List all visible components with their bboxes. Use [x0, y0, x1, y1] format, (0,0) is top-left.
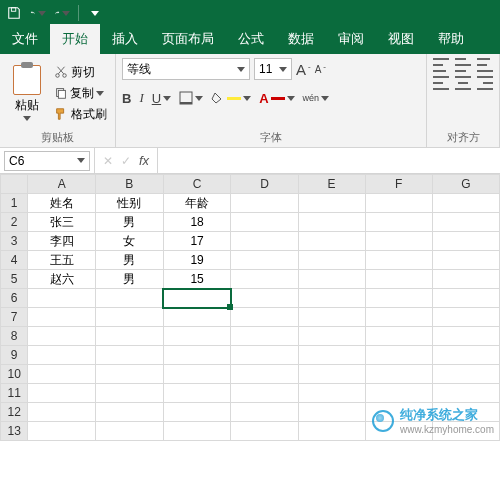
cell[interactable]	[96, 308, 164, 327]
row-header[interactable]: 10	[1, 365, 28, 384]
column-header[interactable]: E	[298, 175, 365, 194]
row-header[interactable]: 3	[1, 232, 28, 251]
cell[interactable]	[231, 384, 298, 403]
cell[interactable]	[432, 251, 499, 270]
cell[interactable]: 18	[163, 213, 231, 232]
row-header[interactable]: 6	[1, 289, 28, 308]
enter-icon[interactable]: ✓	[121, 154, 131, 168]
cell[interactable]	[231, 365, 298, 384]
font-size-select[interactable]: 11	[254, 58, 292, 80]
row-header[interactable]: 7	[1, 308, 28, 327]
row-header[interactable]: 11	[1, 384, 28, 403]
cell[interactable]	[231, 213, 298, 232]
paste-button[interactable]: 粘贴	[6, 58, 48, 128]
tab-6[interactable]: 审阅	[326, 24, 376, 54]
bold-button[interactable]: B	[122, 91, 131, 106]
cell[interactable]	[231, 346, 298, 365]
tab-7[interactable]: 视图	[376, 24, 426, 54]
align-left-button[interactable]	[433, 76, 449, 90]
row-header[interactable]: 12	[1, 403, 28, 422]
customize-qat-icon[interactable]	[87, 5, 103, 21]
row-header[interactable]: 5	[1, 270, 28, 289]
cell[interactable]	[365, 327, 432, 346]
tab-8[interactable]: 帮助	[426, 24, 476, 54]
cell[interactable]	[96, 346, 164, 365]
cell[interactable]	[163, 422, 231, 441]
cell[interactable]	[298, 346, 365, 365]
cell[interactable]	[298, 232, 365, 251]
tab-1[interactable]: 开始	[50, 24, 100, 54]
column-header[interactable]: F	[365, 175, 432, 194]
tab-2[interactable]: 插入	[100, 24, 150, 54]
cell[interactable]	[365, 308, 432, 327]
copy-button[interactable]: 复制	[52, 84, 109, 103]
cell[interactable]	[163, 327, 231, 346]
column-header[interactable]: B	[96, 175, 164, 194]
cell[interactable]	[96, 422, 164, 441]
cell[interactable]	[231, 251, 298, 270]
font-name-select[interactable]: 等线	[122, 58, 250, 80]
cell[interactable]: 王五	[28, 251, 96, 270]
cell[interactable]: 性别	[96, 194, 164, 213]
select-all-corner[interactable]	[1, 175, 28, 194]
cell[interactable]	[163, 308, 231, 327]
tab-3[interactable]: 页面布局	[150, 24, 226, 54]
cell[interactable]: 赵六	[28, 270, 96, 289]
cell[interactable]	[28, 346, 96, 365]
cell[interactable]: 男	[96, 213, 164, 232]
cell[interactable]: 女	[96, 232, 164, 251]
cancel-icon[interactable]: ✕	[103, 154, 113, 168]
cell[interactable]	[96, 403, 164, 422]
cut-button[interactable]: 剪切	[52, 63, 109, 82]
cell[interactable]	[231, 422, 298, 441]
cell[interactable]: 男	[96, 270, 164, 289]
cell[interactable]	[28, 422, 96, 441]
cell[interactable]: 15	[163, 270, 231, 289]
cell[interactable]	[365, 213, 432, 232]
cell[interactable]	[163, 384, 231, 403]
font-color-button[interactable]: A	[259, 91, 294, 106]
cell[interactable]	[28, 365, 96, 384]
cell[interactable]	[432, 270, 499, 289]
cell[interactable]	[231, 308, 298, 327]
cell[interactable]	[365, 194, 432, 213]
cell[interactable]	[298, 308, 365, 327]
border-button[interactable]	[179, 91, 203, 105]
cell[interactable]	[298, 422, 365, 441]
column-header[interactable]: A	[28, 175, 96, 194]
save-icon[interactable]	[6, 5, 22, 21]
cell[interactable]	[231, 327, 298, 346]
tab-0[interactable]: 文件	[0, 24, 50, 54]
cell[interactable]	[432, 232, 499, 251]
cell[interactable]	[432, 213, 499, 232]
cell[interactable]	[163, 403, 231, 422]
cell[interactable]	[163, 346, 231, 365]
cell[interactable]	[432, 289, 499, 308]
cell[interactable]	[432, 327, 499, 346]
decrease-font-button[interactable]: Aˇ	[315, 64, 326, 75]
align-top-button[interactable]	[433, 58, 449, 72]
cell-grid[interactable]: ABCDEFG1姓名性别年龄2张三男183李四女174王五男195赵六男1567…	[0, 174, 500, 441]
column-header[interactable]: D	[231, 175, 298, 194]
cell[interactable]	[365, 251, 432, 270]
cell[interactable]	[28, 384, 96, 403]
cell[interactable]	[298, 403, 365, 422]
column-header[interactable]: G	[432, 175, 499, 194]
cell[interactable]	[298, 251, 365, 270]
cell[interactable]	[365, 365, 432, 384]
cell[interactable]	[231, 289, 298, 308]
phonetic-button[interactable]: wén	[303, 93, 330, 103]
cell[interactable]	[365, 346, 432, 365]
cell[interactable]	[298, 289, 365, 308]
cell[interactable]	[298, 365, 365, 384]
cell[interactable]	[231, 232, 298, 251]
cell[interactable]	[231, 270, 298, 289]
cell[interactable]	[163, 289, 231, 308]
cell[interactable]	[365, 289, 432, 308]
cell[interactable]	[298, 270, 365, 289]
row-header[interactable]: 1	[1, 194, 28, 213]
cell[interactable]	[298, 194, 365, 213]
cell[interactable]: 17	[163, 232, 231, 251]
cell[interactable]	[231, 403, 298, 422]
redo-icon[interactable]	[54, 5, 70, 21]
